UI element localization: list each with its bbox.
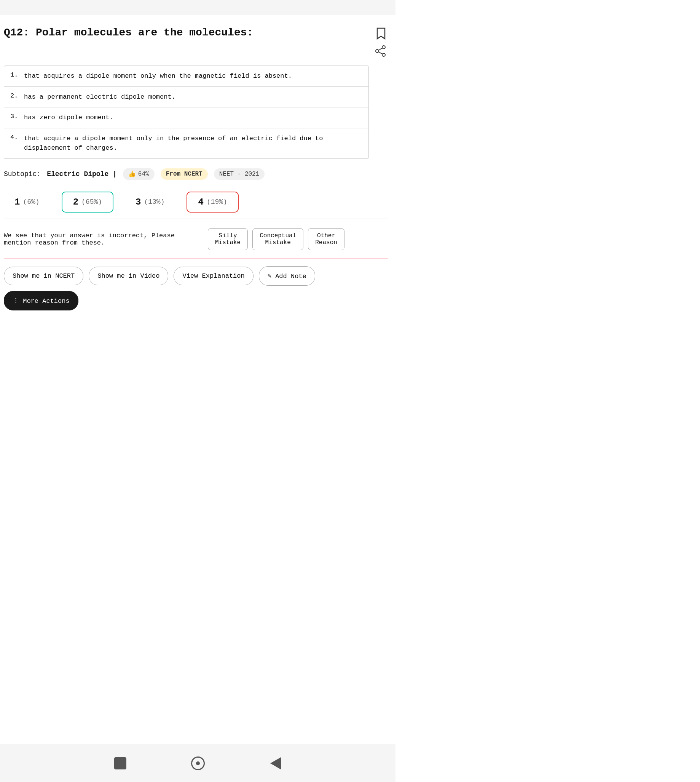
option-num-3: 3. xyxy=(10,113,24,120)
show-ncert-label: Show me in NCERT xyxy=(13,272,75,279)
more-actions-button[interactable]: ⋮ More Actions xyxy=(4,291,78,311)
home-icon-inner xyxy=(196,762,200,765)
question-number: Q12: xyxy=(4,27,29,38)
subtopic-value: Electric Dipole | xyxy=(47,170,117,178)
bottom-divider xyxy=(4,322,388,322)
option-num-1: 1. xyxy=(10,71,24,79)
option-text-2: has a permanent electric dipole moment. xyxy=(24,92,175,102)
option-row-2[interactable]: 2. has a permanent electric dipole momen… xyxy=(4,87,368,108)
other-reason-button[interactable]: OtherReason xyxy=(308,228,345,250)
answer-num-1: 1 xyxy=(15,197,20,207)
svg-line-4 xyxy=(379,52,382,54)
option-text-1: that acquires a dipole moment only when … xyxy=(24,71,292,81)
answer-pct-4: (19%) xyxy=(207,198,227,206)
answer-3[interactable]: 3 (13%) xyxy=(125,192,175,212)
nav-stop-button[interactable] xyxy=(112,755,129,772)
option-row-4[interactable]: 4. that acquire a dipole moment only in … xyxy=(4,129,368,159)
answer-2[interactable]: 2 (65%) xyxy=(62,192,113,212)
header-icons xyxy=(374,27,388,58)
incorrect-text: We see that your answer is incorrect, Pl… xyxy=(4,232,202,246)
answer-num-3: 3 xyxy=(135,197,141,207)
option-num-4: 4. xyxy=(10,134,24,141)
exam-badge: NEET - 2021 xyxy=(214,168,265,180)
question-header: Q12: Polar molecules are the molecules: xyxy=(4,27,388,58)
stop-icon xyxy=(114,757,127,769)
reason-buttons: SillyMistake ConceptualMistake OtherReas… xyxy=(208,228,345,250)
like-badge: 👍 64% xyxy=(123,168,155,180)
content-area: Q12: Polar molecules are the molecules: xyxy=(0,15,395,421)
subtopic-row: Subtopic: Electric Dipole | 👍 64% From N… xyxy=(4,168,388,180)
option-row-1[interactable]: 1. that acquires a dipole moment only wh… xyxy=(4,66,368,87)
subtopic-label: Subtopic: xyxy=(4,170,41,178)
nav-home-button[interactable] xyxy=(190,755,206,772)
question-text: Polar molecules are the molecules: xyxy=(36,27,253,38)
svg-point-0 xyxy=(382,46,385,49)
answer-1[interactable]: 1 (6%) xyxy=(4,192,50,212)
answer-pct-1: (6%) xyxy=(23,198,39,206)
more-actions-label: ⋮ More Actions xyxy=(13,297,70,305)
answer-4[interactable]: 4 (19%) xyxy=(187,192,238,212)
show-video-label: Show me in Video xyxy=(97,272,160,279)
answer-pct-3: (13%) xyxy=(144,198,165,206)
option-row-3[interactable]: 3. has zero dipole moment. xyxy=(4,107,368,129)
option-text-4: that acquire a dipole moment only in the… xyxy=(24,134,362,153)
source-badge[interactable]: From NCERT xyxy=(161,168,208,180)
add-note-button[interactable]: ✎ Add Note xyxy=(259,266,315,286)
svg-point-2 xyxy=(382,53,385,56)
back-icon xyxy=(270,757,281,769)
nav-back-button[interactable] xyxy=(267,755,284,772)
options-table: 1. that acquires a dipole moment only wh… xyxy=(4,65,369,159)
like-percent: 64% xyxy=(138,170,149,177)
answers-row: 1 (6%) 2 (65%) 3 (13%) 4 (19%) xyxy=(4,192,388,219)
option-num-2: 2. xyxy=(10,92,24,99)
bottom-nav xyxy=(0,744,395,782)
svg-point-1 xyxy=(376,50,379,53)
answer-num-2: 2 xyxy=(73,197,78,207)
silly-mistake-button[interactable]: SillyMistake xyxy=(208,228,248,250)
share-button[interactable] xyxy=(374,44,388,58)
show-video-button[interactable]: Show me in Video xyxy=(89,267,168,285)
top-bar xyxy=(0,0,395,15)
view-explanation-label: View Explanation xyxy=(182,272,244,279)
home-icon xyxy=(191,757,205,770)
question-title: Q12: Polar molecules are the molecules: xyxy=(4,27,370,38)
bookmark-button[interactable] xyxy=(374,27,388,40)
incorrect-row: We see that your answer is incorrect, Pl… xyxy=(4,228,388,259)
option-text-3: has zero dipole moment. xyxy=(24,113,113,123)
answer-pct-2: (65%) xyxy=(82,198,102,206)
empty-space xyxy=(4,338,388,414)
view-explanation-button[interactable]: View Explanation xyxy=(173,267,253,285)
conceptual-mistake-button[interactable]: ConceptualMistake xyxy=(252,228,303,250)
action-buttons-row: Show me in NCERT Show me in Video View E… xyxy=(4,266,388,311)
answer-num-4: 4 xyxy=(198,197,203,207)
show-ncert-button[interactable]: Show me in NCERT xyxy=(4,267,83,285)
thumbs-up-icon: 👍 xyxy=(128,170,136,178)
svg-line-3 xyxy=(379,48,382,50)
add-note-label: ✎ Add Note xyxy=(268,272,307,280)
